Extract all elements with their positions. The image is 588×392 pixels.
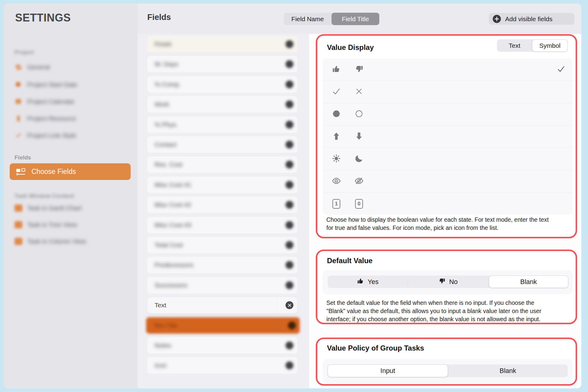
calendar-icon [15,98,22,106]
policy-blank-option[interactable]: Blank [448,364,568,377]
symbol-option-one-zero[interactable]: 1 0 [323,193,573,215]
remove-field-button[interactable] [286,60,293,68]
sidebar-section-task-window: Task Window Content [15,193,74,199]
default-yes-label: Yes [368,278,379,286]
remove-field-button[interactable] [288,322,296,329]
remove-field-button[interactable] [286,261,293,269]
plus-icon [493,15,501,23]
field-row[interactable]: Work [147,96,297,113]
default-yes-option[interactable]: Yes [328,276,408,288]
remove-field-button[interactable] [286,361,293,369]
field-list: Finish W. Days % Comp. Work % Phys. Cont… [138,34,309,388]
remove-field-button[interactable] [286,221,293,229]
field-name-title-toggle: Field Name Field Title [284,13,379,25]
toggle-field-title[interactable]: Field Title [332,13,379,25]
field-row-label: Yes / No [153,322,177,329]
default-value-section: Default Value Yes No Blank [316,250,577,324]
default-value-card: Yes No Blank [323,270,573,294]
field-row[interactable]: % Comp. [147,76,297,93]
remove-field-button[interactable] [286,121,293,129]
sidebar-item-task-tree[interactable]: Task in Tree View [15,219,77,231]
sidebar-item-label: Project Link Style [27,132,76,139]
default-blank-option[interactable]: Blank [489,276,568,288]
remove-field-button[interactable] [286,281,293,289]
field-row[interactable]: Notes [147,337,297,354]
value-display-title: Value Display [327,43,374,52]
symbol-option-arrows[interactable] [323,126,573,148]
field-row[interactable]: Contact [147,136,297,153]
remove-field-button[interactable] [286,100,293,108]
field-row[interactable]: Misc Cost #2 [147,197,297,213]
field-row[interactable]: Total Cost [147,237,297,253]
remove-field-button[interactable] [286,161,293,168]
field-row[interactable]: Misc Cost #3 [147,217,297,233]
toggle-field-name[interactable]: Field Name [284,13,332,25]
field-row[interactable]: Res. Cost [147,156,297,173]
toggle-symbol[interactable]: Symbol [532,39,568,52]
remove-field-button[interactable] [286,40,293,48]
thumbs-down-icon [354,64,364,75]
sidebar-item-project-resource[interactable]: Project Resource [15,113,76,125]
field-row-label: % Comp. [155,81,181,88]
sidebar-item-project-calendar[interactable]: Project Calendar [15,96,74,108]
remove-field-button[interactable] [286,341,293,349]
arrow-up-icon [332,132,341,142]
remove-field-button[interactable] [286,141,293,149]
value-policy-segmented: Input Blank [328,364,568,377]
sun-icon [332,154,341,164]
sidebar-item-project-link-style[interactable]: Project Link Style [15,129,76,142]
default-value-description: Set the default value for the field when… [326,299,541,323]
field-row[interactable]: Predecessors [147,257,297,273]
symbol-option-eye[interactable] [323,170,573,193]
field-row-label: Res. Cost [155,161,182,168]
policy-blank-label: Blank [499,367,516,375]
field-row[interactable]: Misc Cost #1 [147,177,297,193]
default-blank-label: Blank [520,278,537,286]
field-row-label: Misc Cost #3 [155,221,191,229]
default-no-option[interactable]: No [408,276,488,288]
symbol-option-circles[interactable] [323,103,573,126]
value-display-description: Choose how to display the boolean value … [326,216,549,232]
remove-field-button[interactable] [286,181,293,189]
add-visible-fields-button[interactable]: Add visible fields [489,13,574,25]
field-row-yes-no-selected[interactable]: Yes / No [146,317,300,334]
row-divider [276,298,277,312]
sidebar-item-task-gantt[interactable]: Task in Gantt Chart [15,202,82,214]
field-row-label: % Phys. [155,121,178,128]
field-row-text[interactable]: Text [147,297,297,313]
remove-field-button[interactable] [286,80,293,88]
field-row[interactable]: Finish [147,36,297,52]
field-row-label: Total Cost [155,241,183,249]
symbol-option-thumbs[interactable] [323,58,573,81]
sidebar-item-task-column[interactable]: Task in Column View [15,235,86,247]
field-row[interactable]: Successors [147,277,297,293]
sidebar-item-label: Task in Tree View [27,221,77,228]
remove-field-button[interactable] [286,241,293,249]
sidebar: SETTINGS Project General Project Start D… [4,4,138,388]
symbol-option-sun-moon[interactable] [323,148,573,170]
eye-slash-icon [354,176,364,187]
sidebar-item-label: Project Start Date [27,81,77,88]
arrow-down-icon [354,132,364,142]
sidebar-item-label: Project Calendar [27,98,74,105]
field-row[interactable]: Icon [147,357,297,374]
remove-field-button[interactable] [286,201,293,209]
circle-outline-icon [355,109,363,119]
sidebar-item-label: Task in Column View [27,238,86,245]
policy-input-option[interactable]: Input [328,364,448,377]
toggle-text[interactable]: Text [497,39,532,52]
field-row[interactable]: W. Days [147,56,297,72]
sidebar-item-label: Project Resource [27,115,76,122]
symbol-option-check-cross[interactable] [323,81,573,103]
remove-field-button[interactable] [286,301,293,309]
sidebar-item-general[interactable]: General [15,61,50,73]
sidebar-item-project-start-date[interactable]: Project Start Date [15,79,77,91]
header-band: Fields Field Name Field Title Add visibl… [138,4,581,34]
one-box-icon: 1 [332,199,340,209]
field-row[interactable]: % Phys. [147,116,297,133]
sidebar-item-choose-fields[interactable]: Choose Fields [10,163,131,180]
cross-icon [355,87,363,97]
sidebar-item-label: Task in Gantt Chart [27,204,82,212]
settings-title: SETTINGS [15,11,71,24]
page-title: Fields [147,13,171,22]
